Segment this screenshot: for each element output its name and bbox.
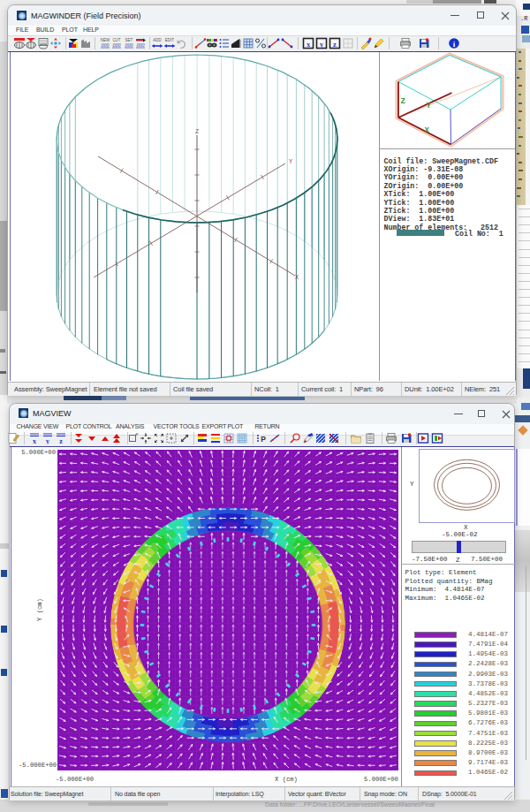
svg-text:P: P (261, 435, 266, 444)
svg-text:X: X (424, 126, 429, 135)
svg-text:ADD: ADD (153, 38, 162, 42)
svg-text:EDIT: EDIT (164, 38, 174, 42)
svg-text:x: x (33, 436, 36, 444)
svg-text:z: z (333, 39, 337, 48)
svg-text:000: 000 (101, 42, 109, 48)
svg-text:Y: Y (426, 102, 431, 110)
svg-text:Z: Z (400, 97, 405, 106)
svg-text:y: y (46, 436, 49, 444)
svg-text:000: 000 (137, 42, 145, 48)
svg-text:z: z (59, 436, 63, 444)
svg-text:000: 000 (125, 42, 132, 48)
svg-text:000: 000 (113, 42, 121, 48)
svg-text:Z: Z (195, 128, 199, 135)
svg-text:X: X (295, 274, 299, 281)
svg-text:Y: Y (289, 158, 293, 165)
